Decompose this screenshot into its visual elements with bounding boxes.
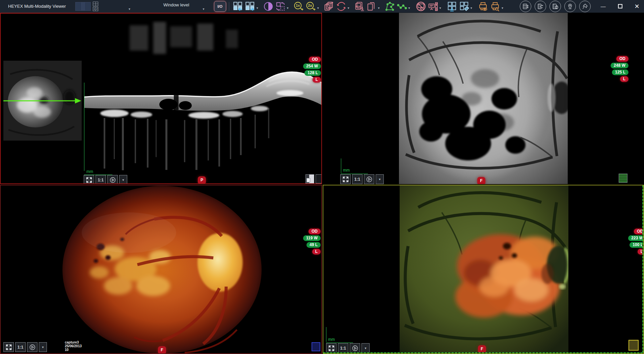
play-button[interactable] [364, 174, 374, 184]
play-icon [29, 344, 36, 351]
play-button[interactable] [350, 343, 360, 353]
window-level-caret[interactable]: ▾ [203, 7, 205, 11]
io-button[interactable]: I/O [214, 1, 226, 12]
location-button[interactable] [564, 1, 576, 12]
grid-tag-button[interactable] [459, 1, 469, 11]
layout-blank-button[interactable] [316, 174, 322, 183]
layout-preview-button[interactable] [75, 2, 91, 11]
caption-name: capture3 [65, 341, 82, 344]
zoom-2x-button[interactable]: 2x [306, 1, 316, 11]
grid-green-button[interactable] [619, 174, 627, 183]
play-button[interactable] [27, 342, 37, 352]
copy-pages-caret[interactable]: ▾ [378, 6, 380, 10]
sync-refresh-button[interactable] [336, 1, 346, 11]
contrast-button[interactable] [263, 1, 273, 11]
panel-settings-button[interactable] [520, 1, 531, 12]
one-to-one-button[interactable]: 1:1 [352, 174, 363, 184]
grid-tag-caret[interactable]: ▾ [471, 6, 472, 10]
fit-button[interactable] [84, 175, 94, 184]
multicolor-image[interactable] [400, 185, 568, 353]
viewport-menu-caret[interactable]: ▾ [39, 342, 47, 352]
laterality-badge: OD [616, 56, 628, 62]
grid-back-button[interactable] [233, 1, 243, 11]
viewport-controls: 1:1 ▾ [340, 174, 384, 184]
fundus-thumbnail[interactable] [3, 61, 82, 141]
image-caption: capture3 25/06/2013 10 [65, 341, 82, 352]
print-search-caret[interactable]: ▾ [502, 6, 503, 10]
fit-button[interactable] [3, 342, 14, 352]
presentation-list-caret[interactable]: ▾ [439, 6, 441, 10]
copy-images-button[interactable] [324, 1, 334, 11]
fit-button[interactable] [340, 174, 351, 184]
copy-pages-icon [367, 1, 377, 11]
color-fundus-image[interactable] [1, 185, 321, 353]
polyline-tool-button[interactable] [397, 1, 407, 11]
lock-badge: L [313, 77, 321, 83]
minimize-button[interactable]: — [599, 2, 608, 11]
layout-split-button[interactable] [305, 174, 314, 183]
print-search-button[interactable] [490, 1, 500, 11]
scale-bar-horizontal [341, 174, 368, 174]
pin-button[interactable] [579, 1, 591, 12]
close-button[interactable]: ✕ [633, 2, 641, 11]
grid-forward-caret[interactable]: ▾ [257, 6, 258, 10]
viewport-autofluorescence[interactable]: mm OD 248 W 125 L L 1:1 ▾ [323, 13, 644, 184]
reset-layout-button[interactable] [275, 1, 286, 11]
fit-button[interactable] [326, 343, 337, 353]
grid-blue-button[interactable] [312, 342, 320, 351]
reset-layout-caret[interactable]: ▾ [287, 6, 289, 10]
presentation-off-button[interactable] [416, 1, 426, 11]
polyline-tool-caret[interactable]: ▾ [408, 6, 410, 10]
one-to-one-button[interactable]: 1:1 [338, 343, 348, 353]
layout-caret[interactable]: ▾ [129, 7, 130, 11]
grid-forward-button[interactable] [245, 1, 255, 11]
panel-print-button[interactable] [549, 1, 561, 12]
maximize-button[interactable] [616, 2, 624, 11]
viewport-menu-caret[interactable]: ▾ [119, 175, 127, 184]
viewport-controls: 1:1 ▾ [326, 343, 370, 353]
layout-grid-icon[interactable] [93, 2, 98, 6]
pdf-label: PDF [356, 5, 361, 8]
play-icon [366, 176, 373, 183]
zoom-1x-button[interactable]: 1x [294, 1, 304, 11]
play-button[interactable] [107, 175, 118, 184]
presentation-list-button[interactable] [428, 1, 438, 11]
viewport-multicolor[interactable]: mm OD 223 W 100 L L 1:1 ▾ [323, 185, 644, 354]
faf-image[interactable] [399, 13, 568, 184]
viewport-color-fundus[interactable]: OD 119 W 49 L L 1:1 ▾ capture3 [0, 185, 322, 354]
grid-back-icon [233, 1, 243, 11]
grid-export-icon [447, 1, 457, 11]
layout-1-2-icon[interactable]: 12 [93, 7, 98, 11]
export-pdf-button[interactable]: PDF [354, 1, 365, 11]
fit-icon [342, 176, 349, 183]
copy-pages-button[interactable] [367, 1, 377, 11]
zoom-2x-label: 2x [308, 3, 312, 7]
zoom-2x-caret[interactable]: ▾ [317, 6, 319, 10]
viewer-grid: mm OD 254 W 128 L L 1:1 ▾ [0, 13, 644, 354]
laterality-badge: OD [309, 57, 321, 62]
print-preview-button[interactable] [478, 1, 488, 11]
presentation-list-icon [428, 1, 438, 11]
one-to-one-button[interactable]: 1:1 [15, 342, 26, 352]
viewport-controls: 1:1 ▾ [84, 175, 127, 184]
layout-selector[interactable]: 12 [93, 2, 98, 11]
scan-position-arrow[interactable] [3, 61, 82, 141]
caption-number: 10 [65, 348, 82, 352]
grid-yellow-button[interactable] [628, 340, 639, 351]
zoom-1x-icon: 1x [294, 1, 304, 11]
polygon-tool-button[interactable] [385, 1, 395, 11]
viewport-oct-bscan[interactable]: mm OD 254 W 128 L L 1:1 ▾ [0, 13, 322, 184]
caption-date: 25/06/2013 [65, 344, 82, 348]
badge-column: OD 248 W 125 L L [611, 56, 628, 82]
viewport-menu-caret[interactable]: ▾ [361, 343, 370, 353]
one-to-one-button[interactable]: 1:1 [96, 175, 106, 184]
zoom-1x-label: 1x [296, 3, 300, 7]
grid-export-button[interactable] [447, 1, 457, 11]
lock-badge: L [312, 249, 321, 255]
panel-settings-icon [522, 3, 529, 10]
export-pdf-icon: PDF [354, 1, 365, 11]
oct-bscan-image[interactable] [84, 20, 322, 170]
sync-refresh-caret[interactable]: ▾ [348, 6, 349, 10]
viewport-menu-caret[interactable]: ▾ [376, 174, 384, 184]
panel-refresh-button[interactable] [535, 1, 546, 12]
